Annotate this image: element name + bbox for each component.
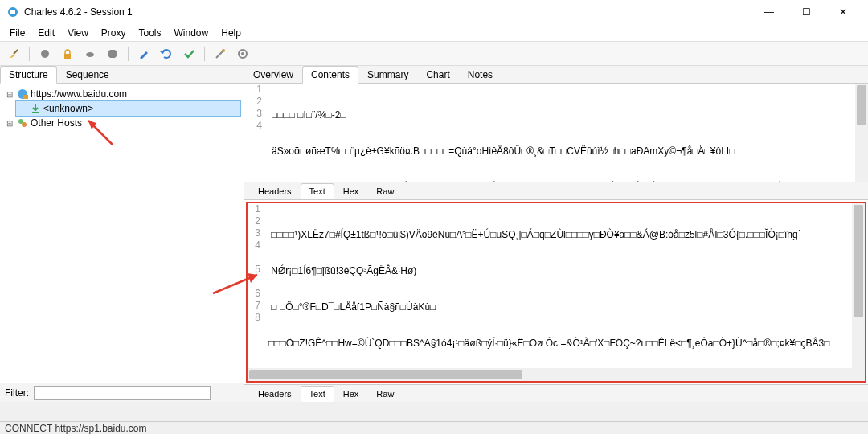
maximize-button[interactable]: ☐ (788, 0, 825, 24)
code-line: □□□Ö□Z!GÊ^□□Hw=©Ù`QD□□□BS^A§1ó4¡¹□äøß□ýÍ… (268, 338, 863, 350)
svg-marker-6 (108, 50, 117, 58)
request-text-view[interactable]: 1234 □□□□ □I□¨/¾□-2□ äS»oõ□øñæT%□□¨µ¿è±G… (244, 84, 868, 182)
subtab-raw[interactable]: Raw (367, 183, 403, 199)
subtab-headers[interactable]: Headers (249, 386, 301, 401)
tab-sequence[interactable]: Sequence (57, 66, 118, 83)
broom-icon[interactable] (5, 45, 23, 63)
globe-lock-icon (17, 88, 28, 100)
filter-bar: Filter: (0, 383, 244, 402)
right-pane: Overview Contents Summary Chart Notes 12… (244, 66, 868, 402)
record-icon[interactable] (36, 45, 54, 63)
code-line: □ □Ö□°®F□D¯□LÅåf1P□Ñà§ñ□ÙàKù□ (268, 301, 863, 313)
menu-bar: File Edit View Proxy Tools Window Help (0, 24, 868, 42)
request-panel: 1234 □□□□ □I□¨/¾□-2□ äS»oõ□øñæT%□□¨µ¿è±G… (244, 84, 868, 200)
tab-summary[interactable]: Summary (358, 66, 417, 83)
separator (128, 47, 129, 61)
tab-structure[interactable]: Structure (0, 66, 57, 84)
window-controls: — ☐ ✕ (751, 0, 862, 24)
title-bar: Charles 4.6.2 - Session 1 — ☐ ✕ (0, 0, 868, 24)
subtab-hex[interactable]: Hex (334, 386, 368, 401)
subtab-hex[interactable]: Hex (334, 183, 368, 199)
window-title: Charles 4.6.2 - Session 1 (24, 6, 751, 18)
request-text-content: □□□□ □I□¨/¾□-2□ äS»oõ□øñæT%□□¨µ¿è±G¥kñö¤… (272, 85, 866, 182)
tab-contents[interactable]: Contents (302, 66, 358, 84)
left-pane: Structure Sequence ⊟ https://www.baidu.c… (0, 66, 244, 402)
tree-other-label: Other Hosts (31, 117, 82, 129)
expand-icon[interactable]: ⊞ (5, 119, 14, 128)
line-gutter: 12345678 (248, 203, 264, 348)
menu-tools[interactable]: Tools (133, 26, 168, 40)
menu-file[interactable]: File (3, 26, 31, 40)
filter-label: Filter: (5, 387, 29, 399)
separator (204, 47, 205, 61)
host-tree[interactable]: ⊟ https://www.baidu.com <unknown> ⊞ Othe… (0, 84, 244, 383)
menu-proxy[interactable]: Proxy (95, 26, 133, 40)
collapse-icon[interactable]: ⊟ (5, 90, 14, 99)
subtab-headers[interactable]: Headers (249, 183, 301, 199)
svg-rect-1 (10, 10, 15, 14)
response-text-content: □□□□¹)XLËz7□#ÍQ±1tß□¹!ó□üj$)VÄo9éNù□A³□Ë… (268, 205, 863, 383)
check-icon[interactable] (180, 45, 198, 63)
tools-icon[interactable] (211, 45, 229, 63)
tree-host-label: https://www.baidu.com (31, 88, 127, 100)
code-line: NǾr¡□1Í6¶□ĵßû!3èÇQ³ÃgËÂ&·Hø) (268, 265, 863, 277)
svg-point-5 (86, 52, 94, 57)
response-text-view[interactable]: 12345678 □□□□¹)XLËz7□#ÍQ±1tß□¹!ó□üj$)VÄo… (246, 202, 866, 383)
toolbar (0, 42, 868, 66)
settings-icon[interactable] (234, 45, 252, 63)
tree-other-node[interactable]: ⊞ Other Hosts (3, 116, 240, 130)
menu-help[interactable]: Help (215, 26, 248, 40)
refresh-icon[interactable] (158, 45, 175, 63)
code-line: äS»oõ□øñæT%□□¨µ¿è±G¥kñö¤.B□□□□□=Qùá°oHìê… (272, 145, 866, 158)
main-split: Structure Sequence ⊟ https://www.baidu.c… (0, 66, 868, 402)
turtle-slow-icon[interactable] (81, 45, 99, 63)
subtab-text[interactable]: Text (301, 386, 334, 402)
right-tabs: Overview Contents Summary Chart Notes (244, 66, 868, 84)
lock-icon[interactable] (59, 45, 76, 63)
svg-point-10 (241, 52, 244, 55)
horizontal-scrollbar[interactable] (248, 368, 852, 381)
svg-rect-12 (23, 95, 28, 99)
request-sub-tabs: Headers Text Hex Raw (244, 182, 868, 199)
subtab-raw[interactable]: Raw (367, 386, 403, 401)
pencil-icon[interactable] (135, 45, 153, 63)
tab-notes[interactable]: Notes (459, 66, 502, 83)
code-line: □□□□¹)XLËz7□#ÍQ±1tß□¹!ó□üj$)VÄo9éNù□A³□Ë… (268, 229, 863, 241)
separator (29, 47, 30, 61)
tab-chart[interactable]: Chart (417, 66, 458, 83)
svg-point-8 (222, 49, 225, 52)
tree-host-node[interactable]: ⊟ https://www.baidu.com (3, 87, 240, 101)
svg-marker-7 (160, 51, 165, 54)
app-icon (6, 6, 19, 18)
tree-unknown-label: <unknown> (43, 103, 93, 114)
svg-point-15 (22, 122, 27, 127)
left-tabs: Structure Sequence (0, 66, 244, 84)
status-text: CONNECT https://sp1.baidu.com (5, 423, 147, 434)
code-line: □□□□ □I□¨/¾□-2□ (272, 109, 866, 121)
download-icon (30, 103, 41, 114)
vertical-scrollbar[interactable] (852, 203, 865, 381)
response-sub-tabs: Headers Text Hex Raw (244, 384, 868, 402)
minimize-button[interactable]: — (751, 0, 788, 24)
hosts-icon (17, 117, 28, 129)
status-bar: CONNECT https://sp1.baidu.com (0, 421, 868, 434)
filter-input[interactable] (34, 386, 211, 400)
menu-view[interactable]: View (61, 26, 95, 40)
stop-icon[interactable] (104, 45, 121, 63)
tree-unknown-node[interactable]: <unknown> (16, 101, 240, 116)
menu-edit[interactable]: Edit (31, 26, 61, 40)
svg-line-2 (14, 50, 18, 54)
tab-overview[interactable]: Overview (244, 66, 302, 83)
subtab-text[interactable]: Text (301, 183, 334, 199)
close-button[interactable]: ✕ (825, 0, 862, 24)
svg-point-3 (41, 50, 49, 58)
vertical-scrollbar[interactable] (855, 84, 868, 182)
line-gutter: 1234 (244, 84, 267, 156)
svg-rect-4 (64, 54, 71, 59)
menu-window[interactable]: Window (168, 26, 215, 40)
